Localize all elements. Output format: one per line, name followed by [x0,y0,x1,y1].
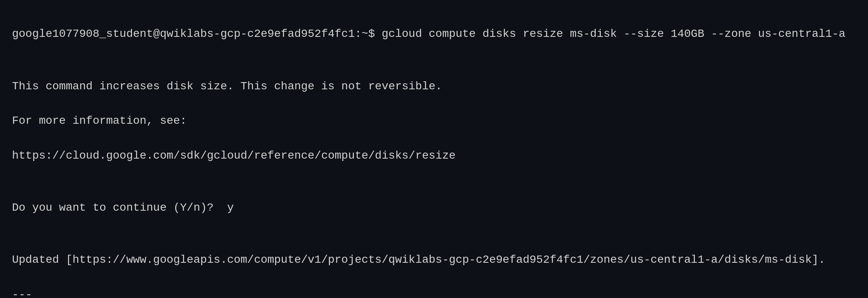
line-3: https://cloud.google.com/sdk/gcloud/refe… [12,147,856,164]
line-1: This command increases disk size. This c… [12,78,856,95]
line-5: Updated [https://www.googleapis.com/comp… [12,251,856,268]
empty-3 [12,234,856,251]
terminal-window: google1077908_student@qwiklabs-gcp-c2e9e… [0,0,868,298]
prompt-line: google1077908_student@qwiklabs-gcp-c2e9e… [12,25,856,42]
line-6: --- [12,286,856,298]
line-4: Do you want to continue (Y/n)? y [12,199,856,216]
empty-1 [12,60,856,77]
empty-2 [12,182,856,199]
line-2: For more information, see: [12,112,856,129]
